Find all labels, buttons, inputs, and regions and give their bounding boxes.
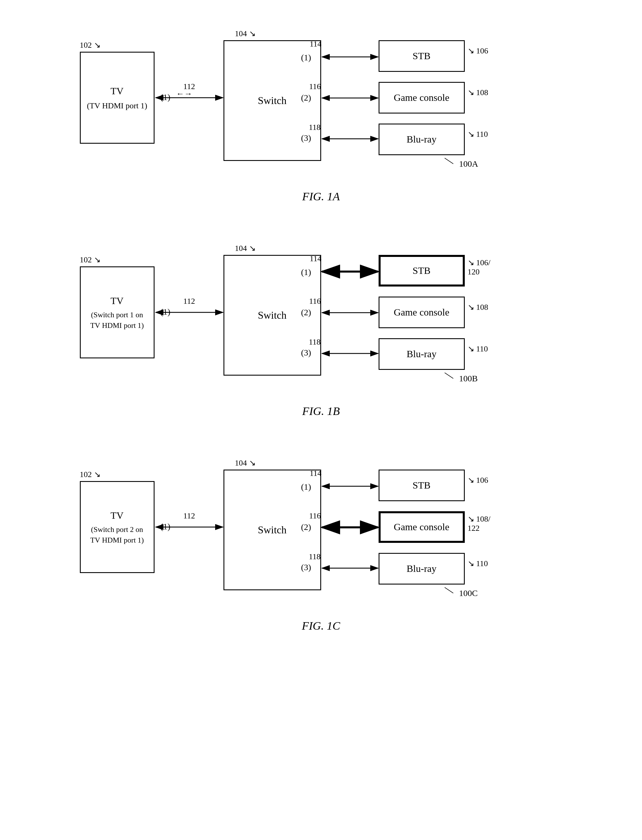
svg-text:(1): (1) xyxy=(301,53,311,62)
svg-text:(3): (3) xyxy=(301,562,311,572)
svg-text:114: 114 xyxy=(310,254,321,263)
svg-text:(1): (1) xyxy=(301,267,311,277)
svg-text:100C: 100C xyxy=(459,588,478,598)
svg-text:116: 116 xyxy=(309,297,321,305)
svg-text:100B: 100B xyxy=(459,374,478,383)
svg-text:(1): (1) xyxy=(301,482,311,492)
svg-text:(2): (2) xyxy=(301,307,311,317)
svg-text:118: 118 xyxy=(309,552,321,561)
svg-text:112: 112 xyxy=(183,511,195,520)
figure-1c-diagram: TV (Switch port 2 on TV HDMI port 1) 102… xyxy=(63,452,580,610)
svg-line-30 xyxy=(445,373,453,379)
svg-text:(2): (2) xyxy=(301,522,311,532)
svg-text:100A: 100A xyxy=(459,159,478,168)
svg-text:114: 114 xyxy=(310,469,321,478)
arrows-1a: (1) ←→ 112 (1) 114 (2) 116 (3) 118 xyxy=(63,23,580,181)
arrows-1c: (1) 112 (1) 114 (2) 116 (3) 118 100C xyxy=(63,452,580,610)
svg-text:(3): (3) xyxy=(301,133,311,143)
svg-text:112: 112 xyxy=(183,297,195,305)
svg-text:118: 118 xyxy=(309,123,321,132)
svg-text:114: 114 xyxy=(310,39,321,48)
svg-text:(1): (1) xyxy=(160,307,170,317)
svg-text:(3): (3) xyxy=(301,348,311,357)
figure-1a-section: TV (TV HDMI port 1) 102 ↘ Switch 104 ↘ S… xyxy=(34,23,608,203)
figure-1a-diagram: TV (TV HDMI port 1) 102 ↘ Switch 104 ↘ S… xyxy=(63,23,580,181)
svg-text:118: 118 xyxy=(309,337,321,346)
svg-line-14 xyxy=(445,158,453,164)
page: TV (TV HDMI port 1) 102 ↘ Switch 104 ↘ S… xyxy=(0,0,642,690)
figure-1b-diagram: TV (Switch port 1 on TV HDMI port 1) 102… xyxy=(63,238,580,396)
svg-text:116: 116 xyxy=(309,511,321,520)
figure-1c-section: TV (Switch port 2 on TV HDMI port 1) 102… xyxy=(34,452,608,632)
svg-line-48 xyxy=(445,587,453,593)
figure-1b-section: TV (Switch port 1 on TV HDMI port 1) 102… xyxy=(34,238,608,418)
svg-text:(1): (1) xyxy=(160,92,170,102)
fig-1b-caption: FIG. 1B xyxy=(302,405,340,418)
svg-text:(1): (1) xyxy=(160,522,170,531)
fig-1a-caption: FIG. 1A xyxy=(302,190,340,203)
arrows-1b: (1) 112 (1) 114 (2) 116 (3) 118 100B xyxy=(63,238,580,396)
svg-text:116: 116 xyxy=(309,82,321,91)
svg-text:(2): (2) xyxy=(301,93,311,102)
svg-text:112: 112 xyxy=(183,82,195,91)
fig-1c-caption: FIG. 1C xyxy=(302,619,340,632)
